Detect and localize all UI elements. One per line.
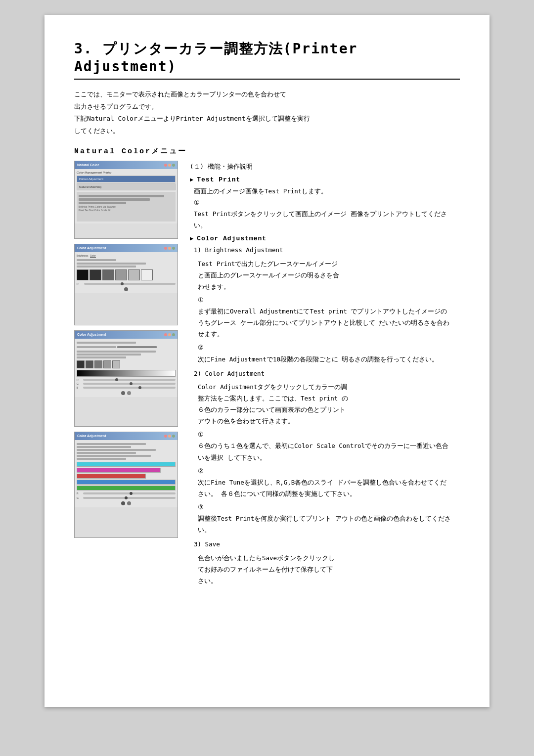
brightness-item1: ① まず最初にOverall AdjustmentにてTest print でプ… (198, 294, 460, 340)
intro-text: ここでは、モニターで表示された画像とカラープリンターの色を合わせて 出力させるプ… (74, 89, 460, 137)
sim3-body: R G B (75, 339, 178, 397)
color-adj-sub-title: 2) Color Adjustment (194, 368, 460, 379)
sim1-content-area: Bellniss Prima Colors via Balance Pixel … (77, 192, 176, 222)
sim1-menu-item-1: Printer Adjustment (77, 176, 176, 182)
page-title: 3. プリンターカラー調整方法(Printer Adjustment) (74, 40, 460, 80)
screenshot-1: Natural Color Color Management Printer P… (74, 161, 178, 239)
test-print-text: 画面上のイメージ画像をTest Printします。 (194, 185, 460, 197)
sim3-titlebar: Color Adjustment (75, 331, 178, 339)
section-title: Natural Colorメニュー (74, 146, 460, 156)
color-adj-heading: Color Adjustment (190, 235, 460, 242)
sim2-slider: R (77, 282, 176, 285)
test-print-heading: Test Print (190, 176, 460, 183)
sim4-body: R G (75, 440, 178, 507)
screenshots-column: Natural Color Color Management Printer P… (74, 161, 178, 538)
brightness-item2: ② 次にFine Adjustmentで10段階の各段階ごとに 明るさの調整を行… (198, 342, 460, 364)
color-adj-item3: ③ 調整後Test Printを何度か実行してプリント アウトの色と画像の色合わ… (198, 501, 460, 535)
color-adj-desc: Color Adjustmentタグをクリックしてカラーの調 整方法をご案内しま… (198, 381, 460, 427)
brightness-sub-title: 1) Brightness Adjustment (194, 244, 460, 256)
save-sub-title: 3) Save (194, 538, 460, 550)
screenshot-3: Color Adjustment (74, 330, 178, 427)
content-layout: Natural Color Color Management Printer P… (74, 161, 460, 586)
test-print-item1: ① Test Printボタンをクリックして画面上のイメージ 画像をプリントアウ… (194, 197, 460, 231)
sim4-titlebar: Color Adjustment (75, 432, 178, 440)
save-desc: 色合いが合いましたらSaveボタンをクリックし てお好みのファイルネームを付けて… (198, 552, 460, 586)
col1-label: (１) 機能・操作説明 (190, 161, 460, 172)
brightness-desc: Test Printで出力したグレースケールイメージ と画面上のグレースケールイ… (198, 258, 460, 292)
color-adj-item2: ② 次にFine Tuneを選択し、R,G,B各色のスライ ドバーを調整し色合い… (198, 465, 460, 499)
document-page: 3. プリンターカラー調整方法(Printer Adjustment) ここでは… (44, 15, 490, 707)
color-adj-item1: ① ６色のうち１色を選んで、最初にColor Scale Controlでそのカ… (198, 429, 460, 463)
sim1-menu-item-2: Natural Matching (77, 183, 176, 190)
right-column: (１) 機能・操作説明 Test Print 画面上のイメージ画像をTest P… (190, 161, 460, 586)
sim2-titlebar: Color Adjustment (75, 244, 178, 252)
screenshot-2: Color Adjustment Brightness Color (74, 244, 178, 325)
sim2-body: Brightness Color (75, 252, 178, 293)
sim1-body: Color Management Printer Printer Adjustm… (75, 169, 178, 223)
screenshot-4: Color Adjustment (74, 432, 178, 538)
sim1-titlebar: Natural Color (75, 161, 178, 169)
